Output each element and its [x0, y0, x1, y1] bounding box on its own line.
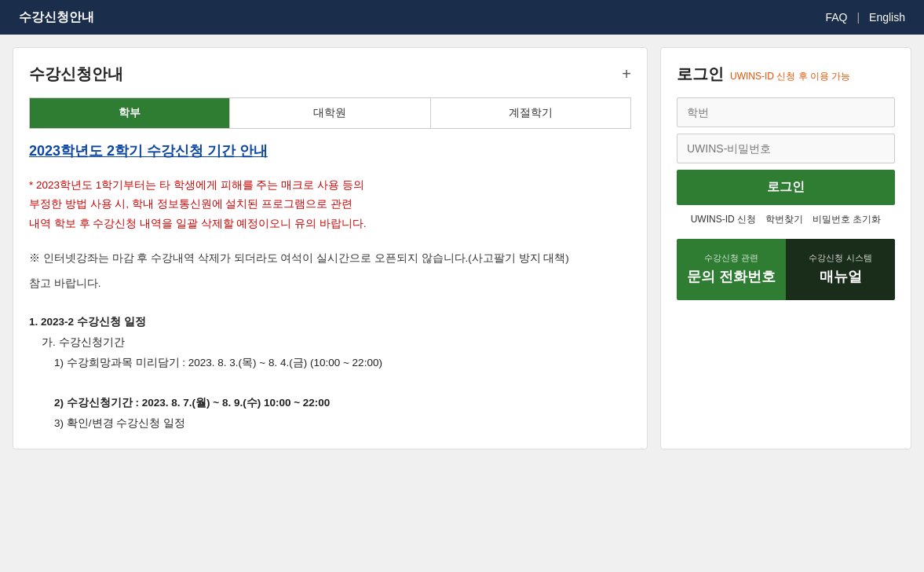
login-subtitle: UWINS-ID 신청 후 이용 가능 [730, 70, 850, 83]
password-input[interactable] [677, 134, 895, 163]
action-buttons: 수강신청 관련 문의 전화번호 수강신청 시스템 매뉴얼 [677, 239, 895, 300]
tab-seasonal[interactable]: 계절학기 [431, 98, 630, 128]
main-layout: 수강신청안내 + 학부 대학원 계절학기 2023학년도 2학기 수강신청 기간… [0, 35, 924, 462]
content-main-title[interactable]: 2023학년도 2학기 수강신청 기간 안내 [29, 141, 628, 160]
section1: 1. 2023-2 수강신청 일정 가. 수강신청기간 1) 수강희망과목 미리… [29, 312, 628, 433]
manual-button[interactable]: 수강신청 시스템 매뉴얼 [786, 239, 895, 300]
reset-pw-link[interactable]: 비밀번호 초기화 [813, 213, 881, 226]
tab-bar: 학부 대학원 계절학기 [29, 97, 631, 129]
login-button[interactable]: 로그인 [677, 170, 895, 205]
content-area: 2023학년도 2학기 수강신청 기간 안내 * 2023학년도 1학기부터는 … [29, 141, 631, 433]
english-link[interactable]: English [869, 11, 905, 24]
contact-button[interactable]: 수강신청 관련 문의 전화번호 [677, 239, 786, 300]
manual-main: 매뉴얼 [795, 266, 886, 288]
panel-header: 수강신청안내 + [29, 64, 631, 85]
left-panel: 수강신청안내 + 학부 대학원 계절학기 2023학년도 2학기 수강신청 기간… [13, 47, 648, 449]
section1-item3: 3) 확인/변경 수강신청 일정 [54, 413, 628, 434]
manual-subtitle: 수강신청 시스템 [795, 251, 886, 265]
top-nav: FAQ | English [825, 11, 905, 24]
login-links: UWINS-ID 신청 학번찾기 비밀번호 초기화 [677, 213, 895, 226]
signup-link[interactable]: UWINS-ID 신청 [691, 213, 756, 226]
contact-main: 문의 전화번호 [686, 266, 776, 288]
login-header: 로그인 UWINS-ID 신청 후 이용 가능 [677, 64, 895, 85]
nav-divider: | [856, 11, 860, 24]
tab-graduate[interactable]: 대학원 [230, 98, 430, 128]
notice-red: * 2023학년도 1학기부터는 타 학생에게 피해를 주는 매크로 사용 등의… [29, 176, 628, 233]
site-title: 수강신청안내 [19, 9, 94, 26]
panel-title: 수강신청안내 [29, 64, 123, 85]
notice-gray-1: ※ 인터넷강좌는 마감 후 수강내역 삭제가 되더라도 여석이 실시간으로 오픈… [29, 249, 628, 268]
notice-gray-2: 참고 바랍니다. [29, 274, 628, 293]
login-title: 로그인 [677, 64, 724, 85]
contact-subtitle: 수강신청 관련 [686, 251, 776, 265]
top-header: 수강신청안내 FAQ | English [0, 0, 924, 35]
faq-link[interactable]: FAQ [825, 11, 847, 24]
find-id-link[interactable]: 학번찾기 [765, 213, 803, 226]
section1-sub1: 가. 수강신청기간 [42, 332, 628, 353]
section1-title: 1. 2023-2 수강신청 일정 [29, 312, 628, 332]
expand-icon[interactable]: + [622, 65, 631, 83]
right-panel: 로그인 UWINS-ID 신청 후 이용 가능 로그인 UWINS-ID 신청 … [660, 47, 911, 449]
student-id-input[interactable] [677, 97, 895, 127]
tab-undergraduate[interactable]: 학부 [30, 98, 230, 128]
section1-item2: 2) 수강신청기간 : 2023. 8. 7.(월) ~ 8. 9.(수) 10… [54, 393, 628, 413]
section1-item1: 1) 수강희망과목 미리담기 : 2023. 8. 3.(목) ~ 8. 4.(… [54, 353, 628, 373]
